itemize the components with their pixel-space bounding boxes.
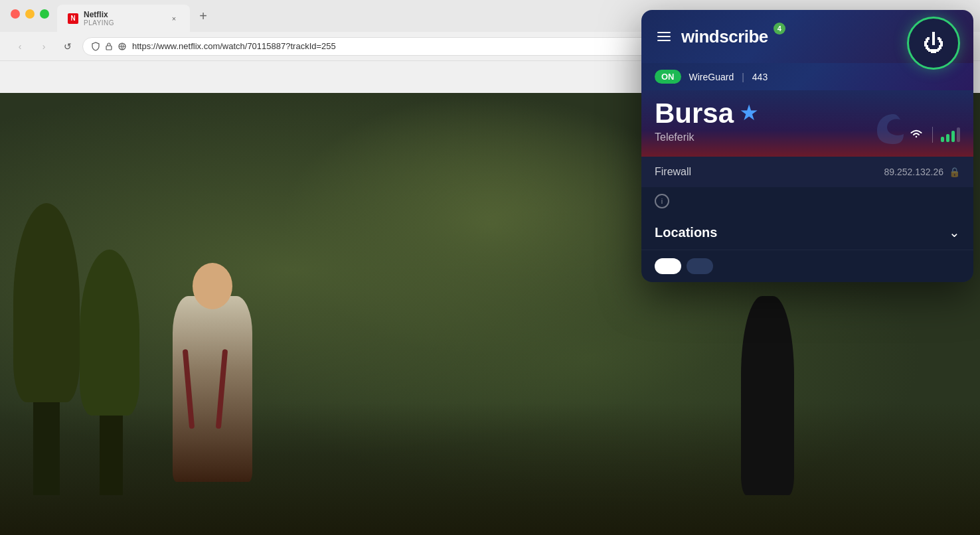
maximize-traffic-light[interactable] [40,9,49,19]
status-separator: | [742,72,744,82]
status-port: 443 [752,72,768,82]
locations-label: Locations [655,225,717,240]
info-button[interactable]: i [655,194,669,208]
locations-chevron-icon: ⌄ [949,224,960,240]
vpn-toggle-row [641,250,973,282]
signal-strength-icon [941,127,960,142]
tab-name: Netflix [84,10,114,19]
vpn-panel: windscribe 4 ⏻ ON WireGuard | 443 Bursa … [641,10,973,282]
tree-foliage-1 [13,203,80,402]
moon-decoration [874,108,914,150]
lock-nav-icon [104,42,114,51]
signal-divider [932,127,933,143]
character-body [173,296,252,482]
vpn-isp: Teleferik [655,131,757,143]
reload-button[interactable]: ↺ [58,37,77,56]
tab-close-button[interactable]: × [169,13,179,24]
minimize-traffic-light[interactable] [25,9,35,19]
forward-button[interactable]: › [35,37,53,56]
shield-icon [91,42,100,51]
notification-badge[interactable]: 4 [774,23,785,35]
traffic-lights [11,9,49,19]
vpn-location-info: Bursa ★ Teleferik [655,98,757,143]
tab-subtitle: PLAYING [84,19,114,27]
address-security-icons [91,42,127,51]
firewall-lock-icon: 🔒 [949,167,960,177]
windscribe-logo: windscribe [681,27,768,47]
tree-foliage-2 [80,250,139,416]
vpn-location-row: Bursa ★ Teleferik [641,90,973,157]
vpn-city-name: Bursa ★ [655,98,757,129]
vpn-signal-row [908,126,960,143]
active-tab[interactable]: N Netflix PLAYING × [57,5,190,32]
vpn-header: windscribe 4 ⏻ [641,10,973,63]
status-on-badge: ON [655,70,681,84]
dark-figure [741,296,794,495]
power-icon: ⏻ [923,33,944,54]
firewall-label: Firewall [655,166,691,178]
toggle-white[interactable] [655,258,681,274]
hamburger-menu-button[interactable] [655,29,673,44]
back-button[interactable]: ‹ [11,37,29,56]
vpn-info-row: i [641,187,973,215]
tab-favicon: N [68,13,78,24]
status-protocol: WireGuard [689,72,734,82]
link-icon [118,42,127,51]
close-traffic-light[interactable] [11,9,20,19]
toggle-dark[interactable] [687,258,713,274]
vpn-locations-row[interactable]: Locations ⌄ [641,215,973,250]
ground-shadow [0,402,980,535]
favorite-star-icon[interactable]: ★ [740,104,757,124]
vpn-firewall-row: Firewall 89.252.132.26 🔒 [641,157,973,187]
power-button[interactable]: ⏻ [907,17,960,70]
svg-rect-0 [106,46,112,50]
character-head [193,263,232,309]
wifi-icon [908,126,924,143]
new-tab-button[interactable]: + [193,5,214,27]
firewall-ip-display: 89.252.132.26 🔒 [884,167,960,177]
tab-title-block: Netflix PLAYING [84,10,114,27]
